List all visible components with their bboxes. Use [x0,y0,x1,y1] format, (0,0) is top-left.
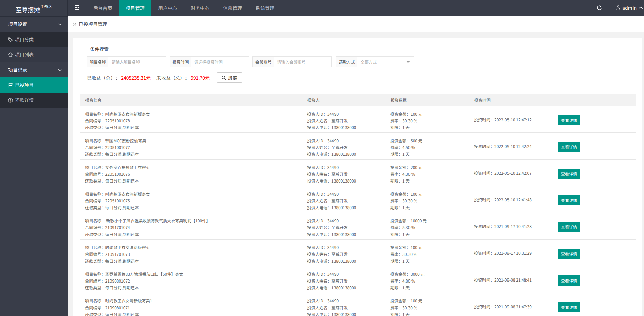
svg-text:$: $ [9,99,11,102]
